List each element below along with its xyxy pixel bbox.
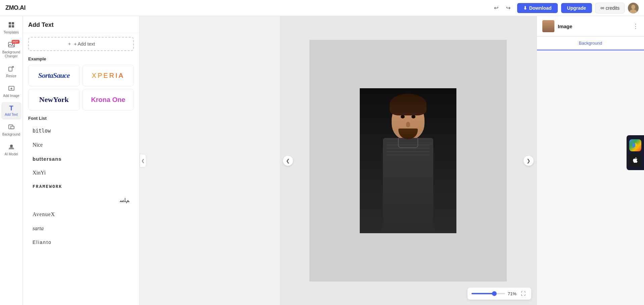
- add-text-button[interactable]: ＋ + Add text: [28, 37, 134, 51]
- canvas-image: [360, 88, 456, 233]
- sidebar-item-background-changer[interactable]: Background Changer HOT: [1, 39, 21, 61]
- font-item-xinyi[interactable]: XinYi: [28, 166, 134, 180]
- redo-button[interactable]: ↪: [503, 3, 514, 13]
- sidebar-item-background[interactable]: Background: [1, 121, 21, 139]
- example-kronaone[interactable]: Krona One: [83, 89, 134, 110]
- sidebar-item-templates-label: Templates: [4, 31, 19, 35]
- main-content: Templates Background Changer HOT Resize: [0, 16, 644, 305]
- example-sortasauce[interactable]: SortaSauce: [28, 65, 80, 86]
- templates-icon: [8, 21, 15, 29]
- font-list-label: Font List: [28, 116, 134, 121]
- topbar: ZMO.AI ↩ ↪ ⬇ Download Upgrade ∞ credits: [0, 0, 644, 16]
- right-panel-title: Image: [558, 23, 633, 29]
- topbar-right: ↩ ↪ ⬇ Download Upgrade ∞ credits: [491, 3, 639, 13]
- sidebar-item-resize[interactable]: Resize: [1, 62, 21, 81]
- google-play-icon[interactable]: [629, 139, 641, 151]
- sidebar-item-add-image-label: Add Image: [3, 94, 19, 98]
- example-sortasauce-text: SortaSauce: [38, 71, 70, 80]
- left-panel: Add Text ＋ + Add text Example SortaSauce…: [23, 16, 140, 305]
- example-kronaone-text: Krona One: [91, 96, 125, 104]
- sidebar-item-templates[interactable]: Templates: [1, 19, 21, 37]
- svg-rect-3: [9, 22, 11, 24]
- right-panel-body: [537, 51, 644, 305]
- sidebar-item-ai-model[interactable]: AI Model: [1, 141, 21, 159]
- right-panel-tabs: Background: [537, 37, 644, 51]
- sidebar: Templates Background Changer HOT Resize: [0, 16, 23, 305]
- example-newyork[interactable]: NewYork: [28, 89, 80, 110]
- prev-arrow-button[interactable]: ❮: [283, 155, 293, 166]
- example-label: Example: [28, 56, 134, 61]
- font-list: bitlow Nice buttersans XinYi FRAMEWORK ﻢ…: [28, 124, 134, 249]
- svg-point-1: [631, 5, 635, 9]
- svg-rect-9: [9, 67, 12, 71]
- apple-store-icon[interactable]: [629, 154, 641, 166]
- canvas-wrapper: [309, 40, 507, 282]
- topbar-left: ZMO.AI: [5, 4, 26, 11]
- add-text-icon: T: [9, 105, 13, 111]
- right-panel-header: Image ⋮: [537, 16, 644, 37]
- fullscreen-button[interactable]: ⛶: [519, 290, 527, 298]
- panel-title: Add Text: [23, 16, 139, 33]
- collapse-arrow-wrapper: ❮: [140, 16, 146, 305]
- resize-icon: [8, 65, 15, 73]
- font-item-elianto[interactable]: Elianto: [28, 236, 134, 249]
- example-newyork-text: NewYork: [39, 95, 69, 104]
- font-item-buttersans[interactable]: buttersans: [28, 152, 134, 165]
- background-icon: [8, 123, 15, 131]
- options-button[interactable]: ⋮: [633, 22, 639, 30]
- sidebar-item-add-image[interactable]: Add Image: [1, 82, 21, 101]
- tab-background[interactable]: Background: [537, 37, 644, 50]
- sidebar-item-resize-label: Resize: [6, 74, 16, 78]
- sidebar-item-background-changer-label: Background Changer: [2, 50, 20, 58]
- panel-body: ＋ + Add text Example SortaSauce XPERIA N…: [23, 33, 139, 305]
- app-download-banner: [627, 135, 644, 170]
- next-arrow-button[interactable]: ❯: [523, 155, 534, 166]
- download-button[interactable]: ⬇ Download: [517, 3, 558, 13]
- font-item-bitlow[interactable]: bitlow: [28, 124, 134, 138]
- zoom-percentage: 71%: [508, 291, 516, 296]
- user-avatar[interactable]: [628, 3, 639, 13]
- logo: ZMO.AI: [5, 4, 26, 11]
- svg-rect-12: [11, 126, 14, 129]
- font-item-arabic[interactable]: ﻢﻠﺳ: [28, 193, 134, 207]
- sidebar-item-add-text-label: Add Text: [5, 113, 18, 117]
- undo-button[interactable]: ↩: [491, 3, 502, 13]
- undo-redo-group: ↩ ↪: [491, 3, 514, 13]
- hot-badge: HOT: [12, 40, 19, 44]
- svg-point-13: [10, 145, 13, 147]
- canvas-area: ❮: [280, 16, 537, 305]
- zoom-controls: 71% ⛶: [467, 288, 531, 300]
- sidebar-item-add-text[interactable]: T Add Text: [1, 102, 21, 119]
- collapse-panel-button[interactable]: ❮: [140, 154, 146, 167]
- svg-rect-4: [12, 22, 14, 24]
- ai-model-icon: [8, 143, 15, 151]
- sidebar-item-background-label: Background: [2, 133, 20, 137]
- left-panels-row: Add Text ＋ + Add text Example SortaSauce…: [23, 16, 280, 305]
- infinity-icon: ∞: [600, 5, 604, 11]
- download-icon: ⬇: [523, 5, 527, 11]
- add-image-icon: [8, 85, 15, 93]
- credits-button[interactable]: ∞ credits: [595, 3, 625, 13]
- font-item-sarta[interactable]: sarta: [28, 222, 134, 235]
- sidebar-item-ai-model-label: AI Model: [5, 152, 18, 156]
- image-thumbnail: [542, 20, 554, 32]
- upgrade-button[interactable]: Upgrade: [561, 3, 592, 13]
- font-item-framework[interactable]: FRAMEWORK: [28, 180, 134, 193]
- zoom-slider[interactable]: [472, 293, 505, 294]
- svg-rect-5: [9, 25, 11, 28]
- font-item-nice[interactable]: Nice: [28, 138, 134, 152]
- font-item-avenuex[interactable]: AvenueX: [28, 208, 134, 221]
- example-xperia[interactable]: XPERIA: [83, 65, 134, 86]
- svg-rect-6: [12, 25, 14, 28]
- examples-grid: SortaSauce XPERIA NewYork Krona One: [28, 65, 134, 110]
- plus-icon: ＋: [67, 41, 72, 47]
- example-xperia-text: XPERIA: [92, 72, 125, 80]
